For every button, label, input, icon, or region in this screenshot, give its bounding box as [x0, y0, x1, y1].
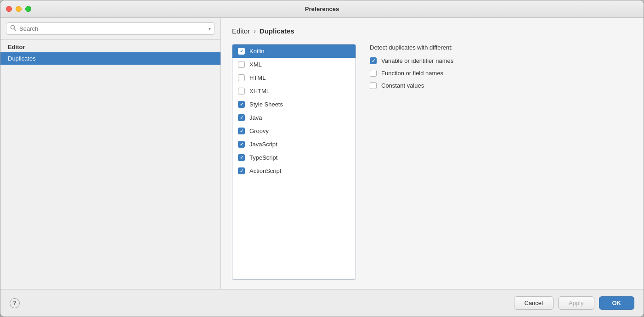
language-item[interactable]: ✓Style Sheets — [232, 98, 356, 111]
titlebar: Preferences — [0, 0, 644, 18]
breadcrumb-parent: Editor — [232, 27, 250, 35]
language-item[interactable]: XHTML — [232, 84, 356, 98]
language-list: ✓KotlinXMLHTMLXHTML✓Style Sheets✓Java✓Gr… — [232, 44, 356, 280]
language-item[interactable]: ✓Groovy — [232, 124, 356, 138]
button-group: Cancel Apply OK — [514, 296, 635, 310]
checkbox-icon: ✓ — [238, 154, 245, 161]
minimize-button[interactable] — [16, 6, 22, 12]
preferences-window: Preferences ▾ Editor Duplicates — [0, 0, 644, 317]
detect-option-label: Constant values — [381, 82, 424, 89]
checkbox-icon: ✓ — [238, 128, 245, 134]
checkbox-icon: ✓ — [238, 167, 245, 174]
checkbox-icon — [238, 61, 245, 68]
search-wrapper: ▾ — [6, 22, 215, 35]
traffic-lights — [6, 6, 31, 12]
language-item[interactable]: ✓TypeScript — [232, 151, 356, 164]
search-input[interactable] — [19, 25, 206, 32]
cancel-button[interactable]: Cancel — [514, 296, 554, 310]
language-label: TypeScript — [249, 154, 277, 161]
detect-option[interactable]: ✓Variable or identifier names — [370, 57, 633, 64]
search-icon — [10, 25, 17, 33]
language-label: XML — [249, 61, 262, 68]
checkbox-icon — [370, 70, 377, 77]
help-button[interactable]: ? — [10, 298, 20, 308]
detect-label: Detect duplicates with different: — [370, 44, 633, 51]
ok-button[interactable]: OK — [599, 296, 635, 310]
detect-option-label: Function or field names — [381, 70, 443, 77]
checkbox-icon: ✓ — [370, 57, 377, 64]
detect-option[interactable]: Constant values — [370, 82, 633, 89]
language-label: ActionScript — [249, 167, 281, 174]
checkbox-icon — [370, 82, 377, 89]
language-label: Java — [249, 114, 262, 121]
language-label: Groovy — [249, 128, 269, 134]
close-button[interactable] — [6, 6, 12, 12]
svg-line-1 — [14, 29, 16, 31]
apply-button[interactable]: Apply — [558, 296, 594, 310]
maximize-button[interactable] — [25, 6, 31, 12]
detect-option-label: Variable or identifier names — [381, 57, 453, 64]
main-content: ▾ Editor Duplicates Editor › Duplicates … — [0, 18, 644, 289]
search-chevron-icon: ▾ — [209, 26, 211, 31]
search-bar: ▾ — [0, 18, 220, 40]
right-panel: Editor › Duplicates ✓KotlinXMLHTMLXHTML✓… — [221, 18, 644, 289]
language-label: JavaScript — [249, 141, 277, 148]
language-item[interactable]: ✓JavaScript — [232, 138, 356, 151]
checkbox-icon: ✓ — [238, 48, 245, 55]
sidebar: ▾ Editor Duplicates — [0, 18, 221, 289]
breadcrumb-current: Duplicates — [260, 27, 294, 35]
panel-body: ✓KotlinXMLHTMLXHTML✓Style Sheets✓Java✓Gr… — [232, 44, 633, 280]
breadcrumb-separator: › — [254, 28, 256, 35]
language-label: Kotlin — [249, 48, 265, 55]
language-item[interactable]: ✓Java — [232, 111, 356, 124]
sidebar-section-editor: Editor — [0, 40, 220, 52]
language-item[interactable]: HTML — [232, 71, 356, 84]
checkbox-icon: ✓ — [238, 114, 245, 121]
window-title: Preferences — [305, 6, 339, 12]
checkbox-icon — [238, 74, 245, 81]
language-item[interactable]: ✓Kotlin — [232, 44, 356, 58]
sidebar-item-duplicates[interactable]: Duplicates — [0, 52, 220, 65]
checkbox-icon: ✓ — [238, 141, 245, 148]
language-label: Style Sheets — [249, 101, 283, 108]
language-item[interactable]: XML — [232, 58, 356, 71]
bottom-bar: ? Cancel Apply OK — [0, 289, 644, 317]
checkbox-icon — [238, 88, 245, 95]
detect-options: Detect duplicates with different: ✓Varia… — [370, 44, 633, 280]
language-item[interactable]: ✓ActionScript — [232, 164, 356, 178]
detect-option[interactable]: Function or field names — [370, 70, 633, 77]
language-label: HTML — [249, 74, 266, 81]
breadcrumb: Editor › Duplicates — [232, 27, 633, 35]
language-label: XHTML — [249, 88, 270, 95]
checkbox-icon: ✓ — [238, 101, 245, 108]
